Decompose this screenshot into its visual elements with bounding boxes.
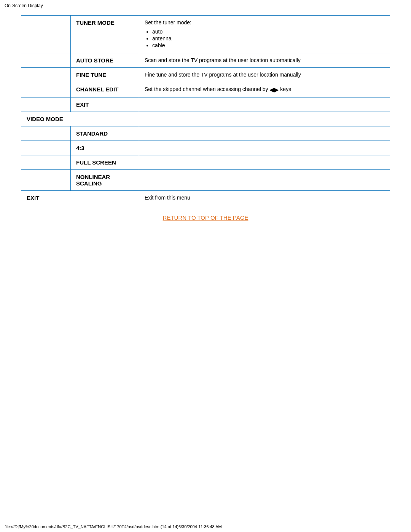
- level2-cell: TUNER MODE: [71, 16, 139, 53]
- table-row: VIDEO MODE: [21, 112, 390, 126]
- page-header: On-Screen Display: [0, 0, 411, 11]
- desc-cell: [139, 112, 390, 126]
- row-label: NONLINEARSCALING: [76, 174, 110, 187]
- page-title: On-Screen Display: [5, 3, 43, 8]
- row-label: FULL SCREEN: [76, 159, 116, 166]
- right-arrow-icon: ▶: [274, 86, 279, 93]
- list-item: cable: [152, 42, 384, 48]
- footer-text: file:///D|/My%20documents/dfu/B2C_TV_NAF…: [5, 524, 222, 529]
- desc-cell: [139, 126, 390, 141]
- content-area: TUNER MODE Set the tuner mode: auto ante…: [0, 11, 411, 225]
- level1-cell: [21, 155, 71, 170]
- desc-text: Fine tune and store the TV programs at t…: [145, 72, 301, 78]
- return-to-top-link[interactable]: RETURN TO TOP OF THE PAGE: [163, 214, 249, 221]
- row-label: 4:3: [76, 145, 84, 151]
- row-label: TUNER MODE: [76, 19, 115, 26]
- desc-cell: Set the skipped channel when accessing c…: [139, 82, 390, 97]
- level2-cell: FINE TUNE: [71, 68, 139, 82]
- channel-edit-desc-text: Set the skipped channel when accessing c…: [145, 86, 269, 92]
- level2-cell: CHANNEL EDIT: [71, 82, 139, 97]
- level2-cell: EXIT: [71, 97, 139, 112]
- level1-cell: [21, 53, 71, 68]
- return-link-container: RETURN TO TOP OF THE PAGE: [11, 214, 400, 221]
- exit-row: EXIT Exit from this menu: [21, 191, 390, 205]
- table-row: FULL SCREEN: [21, 155, 390, 170]
- table-row: EXIT: [21, 97, 390, 112]
- level2-cell: NONLINEARSCALING: [71, 170, 139, 191]
- desc-cell: [139, 170, 390, 191]
- level2-cell: AUTO STORE: [71, 53, 139, 68]
- exit-desc-text: Exit from this menu: [145, 195, 190, 201]
- desc-cell: Set the tuner mode: auto antenna cable: [139, 16, 390, 53]
- list-item: auto: [152, 29, 384, 35]
- level2-cell: 4:3: [71, 141, 139, 155]
- level1-cell: [21, 97, 71, 112]
- row-label: AUTO STORE: [76, 57, 113, 64]
- row-label: EXIT: [76, 101, 89, 108]
- exit-main-label: EXIT: [27, 195, 39, 201]
- video-mode-cell: VIDEO MODE: [21, 112, 139, 126]
- table-row: STANDARD: [21, 126, 390, 141]
- table-row: CHANNEL EDIT Set the skipped channel whe…: [21, 82, 390, 97]
- table-row: TUNER MODE Set the tuner mode: auto ante…: [21, 16, 390, 53]
- level1-cell: [21, 170, 71, 191]
- table-row: AUTO STORE Scan and store the TV program…: [21, 53, 390, 68]
- table-row: FINE TUNE Fine tune and store the TV pro…: [21, 68, 390, 82]
- row-label: CHANNEL EDIT: [76, 86, 118, 93]
- left-arrow-icon: ◀: [269, 86, 274, 93]
- exit-desc-cell: Exit from this menu: [139, 191, 390, 205]
- desc-cell: Scan and store the TV programs at the us…: [139, 53, 390, 68]
- exit-main-cell: EXIT: [21, 191, 139, 205]
- tuner-options-list: auto antenna cable: [145, 29, 384, 48]
- page-footer: file:///D|/My%20documents/dfu/B2C_TV_NAF…: [5, 524, 222, 529]
- desc-cell: [139, 97, 390, 112]
- level2-cell: FULL SCREEN: [71, 155, 139, 170]
- desc-text: Set the tuner mode:: [145, 19, 191, 26]
- row-label: STANDARD: [76, 130, 108, 137]
- desc-text: Scan and store the TV programs at the us…: [145, 57, 301, 63]
- row-label: FINE TUNE: [76, 72, 106, 78]
- level1-cell: [21, 68, 71, 82]
- desc-cell: Fine tune and store the TV programs at t…: [139, 68, 390, 82]
- desc-cell: [139, 141, 390, 155]
- main-table: TUNER MODE Set the tuner mode: auto ante…: [21, 15, 390, 205]
- video-mode-label: VIDEO MODE: [27, 116, 63, 122]
- level1-cell: [21, 141, 71, 155]
- table-row: 4:3: [21, 141, 390, 155]
- level2-cell: STANDARD: [71, 126, 139, 141]
- keys-text: keys: [279, 86, 291, 92]
- level1-cell: [21, 82, 71, 97]
- list-item: antenna: [152, 35, 384, 42]
- level1-cell: [21, 16, 71, 53]
- table-row: NONLINEARSCALING: [21, 170, 390, 191]
- level1-cell: [21, 126, 71, 141]
- desc-cell: [139, 155, 390, 170]
